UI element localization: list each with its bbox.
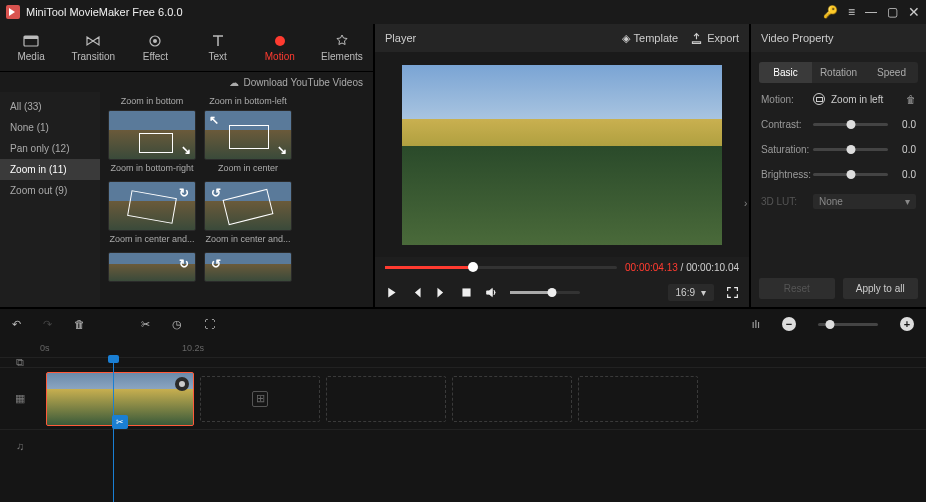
category-zoom-in[interactable]: Zoom in (11) — [0, 159, 100, 180]
tab-speed[interactable]: Speed — [865, 62, 918, 83]
download-youtube-link[interactable]: ☁ Download YouTube Videos — [0, 72, 373, 92]
saturation-slider[interactable] — [813, 148, 888, 151]
svg-point-3 — [153, 39, 157, 43]
drop-icon: ⊞ — [252, 391, 268, 407]
video-track-icon[interactable]: ▦ — [15, 392, 25, 405]
preset-extra-2[interactable]: ↺ — [204, 252, 292, 282]
clip-motion-badge-icon — [175, 377, 189, 391]
app-logo-icon — [6, 5, 20, 19]
template-icon: ◈ — [622, 32, 630, 45]
redo-icon[interactable]: ↷ — [43, 318, 52, 331]
delete-motion-icon[interactable]: 🗑 — [906, 94, 916, 105]
category-zoom-out[interactable]: Zoom out (9) — [0, 180, 100, 201]
tab-rotation[interactable]: Rotation — [812, 62, 865, 83]
aspect-ratio-select[interactable]: 16:9 ▾ — [668, 284, 714, 301]
video-track: ▦ ✂ ⇄ ⊞ ⇄ ⇄ ⇄ ⇄ — [0, 367, 926, 429]
preset-zoom-in-center-rotate-1[interactable]: ↻ Zoom in center and... — [108, 181, 196, 244]
motion-value: Zoom in left — [831, 94, 900, 105]
tool-motion[interactable]: Motion — [249, 24, 311, 71]
speed-icon[interactable]: ◷ — [172, 318, 182, 331]
fullscreen-icon[interactable] — [726, 286, 739, 299]
play-button[interactable] — [385, 286, 398, 299]
timeline-ruler[interactable]: 0s 10.2s — [0, 339, 926, 357]
player-panel: Player ◈ Template Export 00:00:04.13 / 0… — [373, 24, 751, 307]
category-all[interactable]: All (33) — [0, 96, 100, 117]
key-icon[interactable]: 🔑 — [823, 5, 838, 19]
volume-slider[interactable] — [510, 291, 580, 294]
tab-basic[interactable]: Basic — [759, 62, 812, 83]
tool-media[interactable]: Media — [0, 24, 62, 71]
next-button[interactable] — [435, 286, 448, 299]
svg-rect-5 — [462, 288, 470, 296]
export-icon — [690, 32, 703, 45]
motion-preview-icon — [813, 93, 825, 105]
subtitle-track-icon[interactable]: ⧉ — [16, 356, 24, 369]
category-pan-only[interactable]: Pan only (12) — [0, 138, 100, 159]
minimize-icon[interactable]: — — [865, 5, 877, 19]
clip-placeholder[interactable] — [578, 376, 698, 422]
template-button[interactable]: ◈ Template — [622, 32, 679, 45]
preset-zoom-in-center-rotate-2[interactable]: ↺ Zoom in center and... — [204, 181, 292, 244]
svg-point-4 — [275, 36, 285, 46]
tool-text[interactable]: Text — [187, 24, 249, 71]
zoom-slider[interactable] — [818, 323, 878, 326]
category-none[interactable]: None (1) — [0, 117, 100, 138]
app-title: MiniTool MovieMaker Free 6.0.0 — [26, 6, 823, 18]
playhead[interactable] — [113, 357, 114, 502]
main-toolbar: Media Transition Effect Text Motion Elem… — [0, 24, 373, 72]
clip-placeholder[interactable] — [452, 376, 572, 422]
zoom-in-icon[interactable]: + — [900, 317, 914, 331]
timeline-panel: ↶ ↷ 🗑 ✂ ◷ ⛶ ıIı − + 0s 10.2s ⧉ ▦ ✂ ⇄ — [0, 307, 926, 502]
preset-zoom-in-bottom[interactable]: Zoom in bottom ↘ Zoom in bottom-right — [108, 96, 196, 173]
video-clip[interactable]: ✂ — [46, 372, 194, 426]
category-list: All (33) None (1) Pan only (12) Zoom in … — [0, 92, 100, 307]
tool-effect[interactable]: Effect — [124, 24, 186, 71]
undo-icon[interactable]: ↶ — [12, 318, 21, 331]
menu-icon[interactable]: ≡ — [848, 5, 855, 19]
close-icon[interactable]: ✕ — [908, 4, 920, 20]
clip-placeholder[interactable] — [326, 376, 446, 422]
preset-zoom-in-bottom-left[interactable]: Zoom in bottom-left ↖↘ Zoom in center — [204, 96, 292, 173]
split-icon[interactable]: ✂ — [141, 318, 150, 331]
clip-placeholder[interactable]: ⊞ — [200, 376, 320, 422]
preset-extra-1[interactable]: ↻ — [108, 252, 196, 282]
audio-track: ♫ — [0, 429, 926, 461]
player-viewport — [375, 52, 749, 257]
props-tabs: Basic Rotation Speed — [759, 62, 918, 83]
cloud-download-icon: ☁ — [229, 77, 239, 88]
tool-transition[interactable]: Transition — [62, 24, 124, 71]
clip-split-badge-icon[interactable]: ✂ — [112, 415, 128, 429]
lut-select[interactable]: None▾ — [813, 194, 916, 209]
apply-all-button[interactable]: Apply to all — [843, 278, 919, 299]
crop-icon[interactable]: ⛶ — [204, 318, 215, 330]
zoom-out-icon[interactable]: − — [782, 317, 796, 331]
tool-elements[interactable]: Elements — [311, 24, 373, 71]
delete-icon[interactable]: 🗑 — [74, 318, 85, 330]
contrast-slider[interactable] — [813, 123, 888, 126]
subtitle-track: ⧉ — [0, 357, 926, 367]
video-property-panel: Video Property Basic Rotation Speed › Mo… — [751, 24, 926, 307]
chevron-down-icon: ▾ — [701, 287, 706, 298]
volume-icon[interactable] — [485, 286, 498, 299]
player-title: Player — [385, 32, 416, 44]
brightness-slider[interactable] — [813, 173, 888, 176]
time-display: 00:00:04.13 / 00:00:10.04 — [625, 262, 739, 273]
prev-button[interactable] — [410, 286, 423, 299]
panel-collapse-icon[interactable]: › — [744, 198, 747, 209]
scrub-bar[interactable] — [385, 266, 617, 269]
chevron-down-icon: ▾ — [905, 196, 910, 207]
audio-track-icon[interactable]: ♫ — [16, 440, 24, 452]
svg-rect-1 — [24, 36, 38, 39]
titlebar: MiniTool MovieMaker Free 6.0.0 🔑 ≡ — ▢ ✕ — [0, 0, 926, 24]
motion-presets-grid: Zoom in bottom ↘ Zoom in bottom-right Zo… — [100, 92, 373, 307]
props-title: Video Property — [761, 32, 834, 44]
stop-button[interactable] — [460, 286, 473, 299]
video-preview — [402, 65, 722, 245]
export-button[interactable]: Export — [690, 32, 739, 45]
maximize-icon[interactable]: ▢ — [887, 5, 898, 19]
timeline-audio-icon[interactable]: ıIı — [752, 319, 760, 330]
reset-button[interactable]: Reset — [759, 278, 835, 299]
